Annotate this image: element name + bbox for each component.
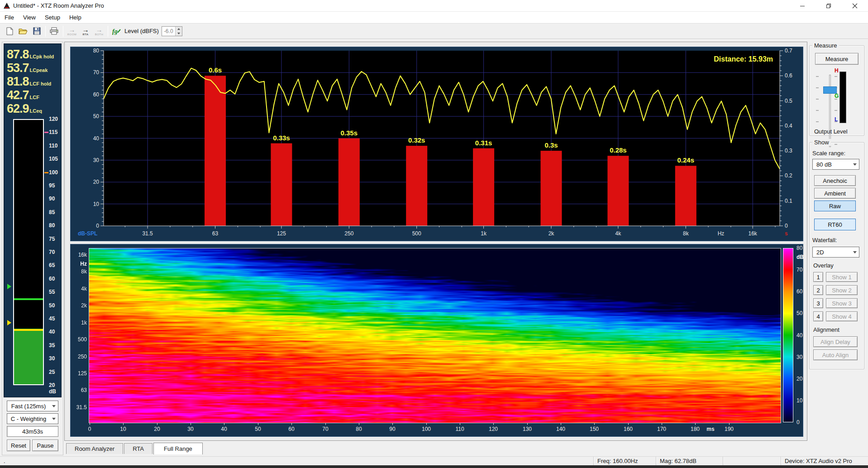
rt60-bar-label: 0.35s	[341, 129, 358, 137]
meter-scale-label: 30	[49, 355, 55, 362]
reset-button[interactable]: Reset	[7, 439, 30, 451]
new-document-icon[interactable]	[3, 25, 16, 38]
window-title: Untitled* - XTZ Room Analyzer Pro	[13, 2, 104, 9]
menu-item-view[interactable]: View	[19, 12, 40, 23]
open-folder-icon[interactable]	[16, 25, 30, 38]
rt60-bar	[406, 146, 427, 226]
tab-room-analyzer[interactable]: Room Analyzer	[66, 443, 123, 454]
meter-scale-label: 85	[49, 209, 55, 215]
align-delay-button[interactable]: Align Delay	[813, 336, 858, 347]
left-axis-label: 0	[96, 223, 99, 229]
level-down-button[interactable]	[176, 31, 182, 36]
pause-button[interactable]: Pause	[32, 439, 58, 451]
spl-readout-label: LCeq	[30, 108, 43, 114]
colorbar	[783, 248, 793, 422]
level-up-button[interactable]	[176, 27, 182, 31]
overlay-2-button[interactable]: 2	[813, 285, 823, 295]
spectro-time-label: 170	[655, 426, 668, 432]
colorbar-label: 50	[796, 310, 802, 316]
output-level-slider-track[interactable]	[829, 75, 831, 147]
tab-full-range[interactable]: Full Range	[153, 443, 203, 454]
svg-text:fg: fg	[112, 28, 118, 35]
meter-scale-label: 50	[49, 302, 55, 309]
minimize-button[interactable]	[789, 0, 816, 12]
ambient-button[interactable]: Ambient	[814, 188, 856, 199]
chevron-down-icon	[50, 418, 58, 420]
spectro-time-tick	[392, 423, 393, 425]
overlay-3-button[interactable]: 3	[813, 298, 823, 308]
toolbar-separator	[108, 26, 108, 37]
rt60-bar	[339, 138, 360, 226]
colorbar-label: 10	[796, 397, 802, 404]
rt60-spl-chart[interactable]: 0.6s0.33s0.35s0.32s0.31s0.3s0.28s0.24s80…	[70, 47, 803, 241]
anechoic-button[interactable]: Anechoic	[814, 175, 856, 186]
tab-rta[interactable]: RTA	[124, 443, 153, 454]
spl-readout: 62.9LCeq	[4, 102, 61, 115]
auto-align-button[interactable]: Auto Align	[813, 349, 858, 360]
spectro-freq-label: 8k	[72, 268, 87, 275]
spectro-time-unit: ms	[704, 426, 717, 432]
rt60-bar	[271, 143, 292, 226]
measure-button[interactable]: Measure	[815, 53, 858, 65]
generator-icon: fg	[112, 27, 122, 35]
menu-item-setup[interactable]: Setup	[40, 12, 65, 23]
rt60-bar-label: 0.32s	[408, 136, 425, 144]
spl-readout-value: 42.7	[7, 88, 29, 102]
spl-readout-value: 81.8	[7, 75, 29, 88]
scale-range-select[interactable]: 80 dB	[812, 159, 859, 170]
response-speed-select[interactable]: Fast (125ms)	[7, 401, 58, 411]
slider-tick	[835, 110, 837, 111]
print-icon[interactable]	[48, 25, 61, 38]
spectro-time-tick	[561, 423, 561, 425]
show-overlay-1-button[interactable]: Show 1	[826, 272, 858, 282]
spl-readout-label: LCF hold	[30, 81, 52, 86]
menu-bar: FileViewSetupHelp	[0, 12, 868, 24]
colorbar-label: 20	[796, 376, 802, 382]
spectro-time-tick	[359, 423, 359, 425]
title-bar: Untitled* - XTZ Room Analyzer Pro	[0, 0, 868, 12]
waterfall-select[interactable]: 2D	[812, 247, 859, 258]
rt60-bar-label: 0.6s	[209, 66, 222, 74]
route-rta-button[interactable]: →RTA	[79, 24, 92, 38]
save-icon[interactable]	[30, 25, 43, 38]
left-axis-label: 10	[93, 201, 100, 207]
meter-scale-label: 110	[49, 143, 57, 149]
waterfall-chart[interactable]: 16k8k4k2k1k5002501256331.5Hz010203040506…	[70, 244, 803, 437]
route-both-button[interactable]: →BOTH	[92, 24, 106, 38]
right-panel: Measure Measure HGL Output Level Show Sc…	[808, 42, 866, 456]
spectro-freq-label: 500	[72, 336, 87, 343]
meter-scale-label: 25	[49, 369, 55, 375]
close-button[interactable]	[842, 0, 868, 12]
spectro-time-tick	[191, 423, 191, 425]
show-overlay-4-button[interactable]: Show 4	[826, 311, 858, 321]
freq-axis-label: 31.5	[142, 230, 153, 237]
spectro-freq-label: 63	[72, 387, 87, 393]
menu-item-help[interactable]: Help	[65, 12, 86, 23]
arrow-right-icon: →	[69, 26, 76, 33]
weighting-select[interactable]: C - Weighting	[7, 413, 58, 424]
menu-item-file[interactable]: File	[0, 12, 19, 23]
spectrogram-canvas[interactable]	[89, 248, 781, 423]
spectro-time-tick	[224, 423, 224, 425]
show-overlay-2-button[interactable]: Show 2	[826, 285, 858, 295]
rt60-button[interactable]: RT60	[814, 219, 856, 230]
show-overlay-3-button[interactable]: Show 3	[826, 298, 858, 308]
left-axis-unit: dB-SPL	[78, 230, 97, 237]
scale-range-value: 80 dB	[813, 161, 851, 168]
raw-button[interactable]: Raw	[814, 201, 856, 211]
left-axis-label: 20	[93, 179, 100, 185]
level-spinner[interactable]: -6.0	[162, 26, 182, 36]
overlay-1-button[interactable]: 1	[813, 272, 823, 282]
rt60-bar	[607, 156, 629, 226]
meter-yellow-marker	[7, 320, 11, 325]
waterfall-value: 2D	[813, 249, 851, 256]
overlay-4-button[interactable]: 4	[813, 311, 823, 321]
spectro-time-label: 180	[688, 426, 702, 432]
route-room-button[interactable]: →ROOM	[65, 24, 79, 38]
left-axis-label: 50	[93, 113, 100, 119]
output-level-group: fg Level (dBFS) -6.0	[112, 26, 182, 36]
arrow-right-icon: →	[82, 26, 89, 33]
spectro-time-tick	[493, 423, 494, 425]
right-axis-label: 0.6	[785, 72, 792, 79]
restore-button[interactable]	[816, 0, 842, 12]
